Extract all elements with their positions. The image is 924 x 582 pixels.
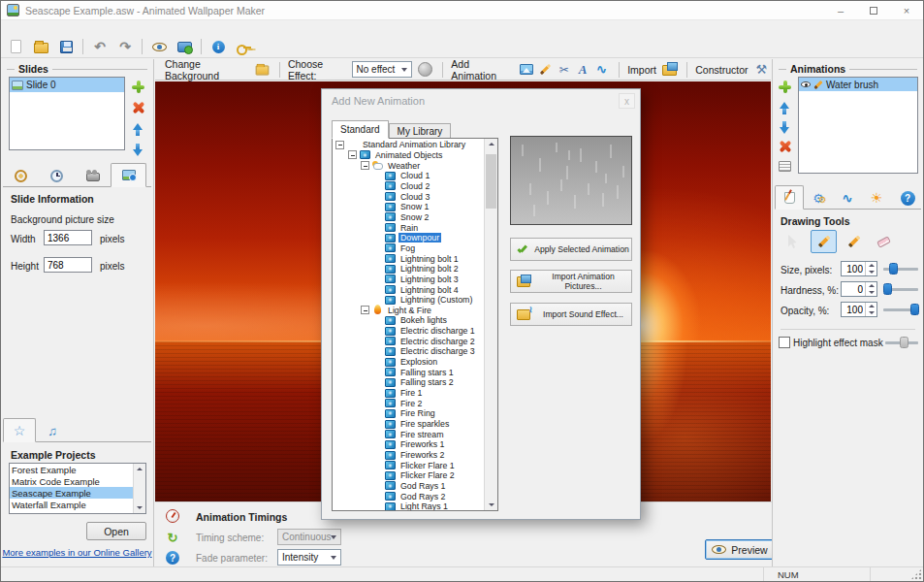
tree-item[interactable]: Flicker Flare 2 — [334, 470, 483, 481]
spin-up[interactable] — [866, 303, 876, 309]
change-background-button[interactable] — [253, 60, 271, 79]
register-button[interactable] — [233, 37, 254, 56]
menu-item[interactable] — [59, 28, 73, 30]
apply-selected-animation-button[interactable]: Apply Selected Animation — [510, 238, 632, 261]
tree-item[interactable]: Fire stream — [334, 429, 483, 439]
effect-settings-button[interactable] — [416, 60, 434, 79]
brush-tool-button[interactable] — [811, 230, 837, 253]
constructor-button[interactable]: ⚒ — [752, 60, 771, 79]
example-project-item[interactable]: Matrix Code Example — [10, 475, 133, 487]
minimize-button[interactable]: – — [824, 1, 857, 19]
tree-item[interactable]: Weather — [334, 160, 483, 171]
tab-music[interactable]: ♫ — [36, 420, 69, 441]
scrollbar-thumb[interactable] — [486, 154, 496, 209]
tree-item[interactable]: Fire sparkles — [334, 419, 483, 430]
tab-standard[interactable]: Standard — [332, 120, 389, 139]
highlight-mask-checkbox[interactable] — [779, 337, 790, 348]
tree-item[interactable]: Fireworks 1 — [334, 439, 483, 450]
scroll-down-icon[interactable] — [489, 503, 494, 506]
tree-item[interactable]: Lightning bolt 2 — [334, 264, 483, 275]
example-projects-list[interactable]: Forest Example Matrix Code Example Seasc… — [9, 463, 146, 514]
move-animation-up-button[interactable] — [777, 100, 792, 115]
spin-down[interactable] — [866, 269, 876, 275]
slides-list[interactable]: Slide 0 — [9, 77, 125, 150]
collapse-icon[interactable] — [361, 306, 369, 314]
example-project-item[interactable]: Seascape Example — [10, 487, 133, 499]
slide-list-item[interactable]: Slide 0 — [10, 78, 124, 92]
spin-up[interactable] — [866, 262, 876, 269]
add-wave-animation-button[interactable]: ∿ — [592, 60, 611, 79]
animation-library-tree[interactable]: Standard Animation Library Animated Obje… — [332, 138, 498, 511]
effect-select[interactable]: No effect — [352, 61, 413, 78]
tree-item[interactable]: Snow 2 — [334, 212, 483, 223]
tree-item[interactable]: Falling stars 2 — [334, 377, 483, 388]
delete-animation-button[interactable] — [777, 139, 792, 154]
undo-button[interactable]: ↶ — [89, 37, 111, 56]
about-button[interactable]: i — [207, 37, 229, 56]
online-gallery-link[interactable]: More examples in our Online Gallery — [2, 547, 151, 558]
timing-scheme-select[interactable]: Continuous — [277, 529, 341, 545]
tree-item[interactable]: Fire 2 — [334, 398, 483, 408]
tree-item[interactable]: Cloud 3 — [334, 191, 483, 202]
menu-item[interactable] — [32, 28, 46, 30]
preview-wallpaper-button[interactable] — [148, 37, 170, 56]
opacity-slider[interactable] — [883, 303, 918, 316]
add-slide-button[interactable] — [130, 79, 145, 94]
tree-item[interactable]: Electric discharge 3 — [334, 346, 483, 357]
import-animation-pictures-button[interactable]: Import Animation Pictures... — [510, 270, 632, 293]
pencil-tool-button[interactable] — [841, 230, 867, 253]
dialog-close-button[interactable]: x — [619, 93, 635, 109]
collapse-icon[interactable] — [335, 141, 344, 149]
move-animation-down-button[interactable] — [777, 119, 792, 135]
size-spinner[interactable] — [841, 261, 877, 276]
tree-item[interactable]: Fire 1 — [334, 388, 483, 399]
width-field[interactable] — [44, 230, 92, 245]
visibility-eye-icon[interactable] — [801, 81, 811, 87]
tree-item[interactable]: Fog — [334, 243, 483, 254]
tree-item[interactable]: Lightning bolt 3 — [334, 275, 483, 285]
tree-item[interactable]: Light Rays 1 — [334, 501, 483, 510]
add-cut-animation-button[interactable]: ✂ — [555, 60, 573, 79]
move-slide-down-button[interactable] — [130, 142, 145, 157]
save-project-button[interactable] — [55, 37, 77, 56]
spin-down[interactable] — [866, 289, 876, 296]
tree-item[interactable]: Fireworks 2 — [334, 450, 483, 461]
tree-item[interactable]: God Rays 2 — [334, 491, 483, 501]
tree-item[interactable]: Cloud 2 — [334, 181, 483, 192]
select-tool-button[interactable] — [781, 230, 807, 253]
animation-list-item[interactable]: Water brush — [799, 78, 917, 91]
apply-wallpaper-button[interactable] — [174, 37, 195, 56]
menu-item[interactable] — [73, 28, 86, 30]
spin-down[interactable] — [866, 309, 876, 316]
tab-slide-timing[interactable] — [39, 165, 75, 186]
maximize-button[interactable] — [857, 1, 890, 19]
tab-settings[interactable]: ⚙ — [804, 187, 833, 209]
open-example-button[interactable]: Open — [86, 522, 146, 540]
example-project-item[interactable]: Forest Example — [10, 464, 133, 475]
tab-drawing-tools[interactable] — [775, 185, 804, 210]
tab-example-projects[interactable]: ☆ — [3, 418, 36, 442]
eraser-tool-button[interactable] — [871, 230, 897, 253]
animations-list[interactable]: Water brush — [798, 77, 918, 174]
add-animation-button[interactable] — [777, 79, 792, 94]
tab-slide-settings[interactable] — [3, 165, 39, 186]
collapse-icon[interactable] — [361, 161, 369, 170]
tab-slide-information[interactable] — [111, 163, 146, 187]
hardness-value[interactable] — [842, 282, 865, 296]
tree-item[interactable]: Flicker Flare 1 — [334, 460, 483, 470]
tree-item[interactable]: Downpour — [334, 233, 483, 243]
tree-item[interactable]: Fire Ring — [334, 408, 483, 419]
tree-item[interactable]: Lightning bolt 1 — [334, 253, 483, 264]
preview-button[interactable]: Preview — [705, 539, 775, 560]
collapse-icon[interactable] — [348, 150, 357, 159]
animation-properties-button[interactable] — [777, 158, 792, 174]
tree-item[interactable]: Snow 1 — [334, 202, 483, 212]
tab-slide-video[interactable] — [75, 165, 111, 186]
tree-item[interactable]: Electric discharge 1 — [334, 326, 483, 337]
scroll-down-icon[interactable] — [137, 506, 143, 509]
tree-item[interactable]: Standard Animation Library — [334, 140, 483, 150]
menu-item[interactable] — [18, 28, 32, 30]
add-picture-animation-button[interactable] — [517, 60, 535, 79]
import-button[interactable] — [660, 60, 679, 79]
highlight-mask-slider[interactable] — [885, 336, 918, 349]
